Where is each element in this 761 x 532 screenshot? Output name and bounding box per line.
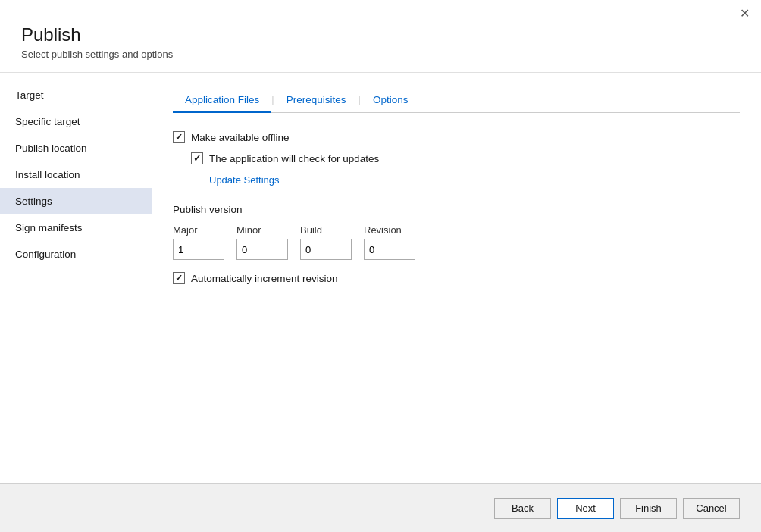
sidebar-item-target[interactable]: Target	[0, 82, 152, 108]
make-available-offline-label[interactable]: Make available offline	[191, 132, 290, 143]
major-field: Major	[173, 224, 224, 260]
title-bar: ✕	[0, 0, 761, 21]
tab-prerequisites[interactable]: Prerequisites	[274, 88, 359, 113]
dialog-subtitle: Select publish settings and options	[21, 49, 740, 60]
build-label: Build	[300, 224, 352, 236]
check-for-updates-checkbox[interactable]	[191, 152, 203, 164]
sidebar-item-specific-target[interactable]: Specific target	[0, 108, 152, 135]
main-content: Application Files | Prerequisites | Opti…	[152, 73, 761, 483]
tabs-bar: Application Files | Prerequisites | Opti…	[173, 88, 740, 113]
build-field: Build	[300, 224, 352, 260]
dialog-body: Target Specific target Publish location …	[0, 73, 761, 483]
settings-section: Make available offline The application w…	[173, 131, 740, 186]
make-available-offline-row: Make available offline	[173, 131, 740, 143]
make-available-offline-checkbox[interactable]	[173, 131, 185, 143]
tab-application-files[interactable]: Application Files	[173, 88, 271, 113]
update-settings-link[interactable]: Update Settings	[209, 174, 280, 186]
publish-version-section: Publish version Major Minor Build	[173, 204, 740, 284]
back-button[interactable]: Back	[494, 498, 551, 519]
publish-version-label: Publish version	[173, 204, 740, 215]
publish-dialog: ✕ Publish Select publish settings and op…	[0, 0, 761, 532]
auto-increment-row: Automatically increment revision	[173, 272, 740, 284]
sidebar-item-sign-manifests[interactable]: Sign manifests	[0, 214, 152, 241]
next-button[interactable]: Next	[557, 498, 614, 519]
auto-increment-label[interactable]: Automatically increment revision	[191, 273, 338, 284]
footer: Back Next Finish Cancel	[0, 483, 761, 532]
revision-label: Revision	[364, 224, 415, 236]
auto-increment-checkbox[interactable]	[173, 272, 185, 284]
minor-field: Minor	[236, 224, 288, 260]
sidebar-item-publish-location[interactable]: Publish location	[0, 135, 152, 161]
revision-field: Revision	[364, 224, 415, 260]
minor-input[interactable]	[236, 239, 288, 260]
sidebar-item-install-location[interactable]: Install location	[0, 161, 152, 188]
dialog-title: Publish	[21, 24, 740, 45]
dialog-header: Publish Select publish settings and opti…	[0, 21, 761, 73]
major-input[interactable]	[173, 239, 224, 260]
sidebar-item-settings[interactable]: Settings	[0, 188, 152, 214]
sidebar-item-configuration[interactable]: Configuration	[0, 241, 152, 268]
version-grid: Major Minor Build Revision	[173, 224, 740, 260]
update-settings-row: Update Settings	[173, 174, 740, 186]
build-input[interactable]	[300, 239, 352, 260]
major-label: Major	[173, 224, 224, 236]
revision-input[interactable]	[364, 239, 415, 260]
sidebar: Target Specific target Publish location …	[0, 73, 152, 483]
tab-options[interactable]: Options	[361, 88, 421, 113]
finish-button[interactable]: Finish	[620, 498, 677, 519]
check-for-updates-row: The application will check for updates	[191, 152, 740, 164]
check-for-updates-label[interactable]: The application will check for updates	[209, 153, 379, 164]
close-button[interactable]: ✕	[737, 6, 752, 21]
cancel-button[interactable]: Cancel	[683, 498, 740, 519]
minor-label: Minor	[236, 224, 288, 236]
